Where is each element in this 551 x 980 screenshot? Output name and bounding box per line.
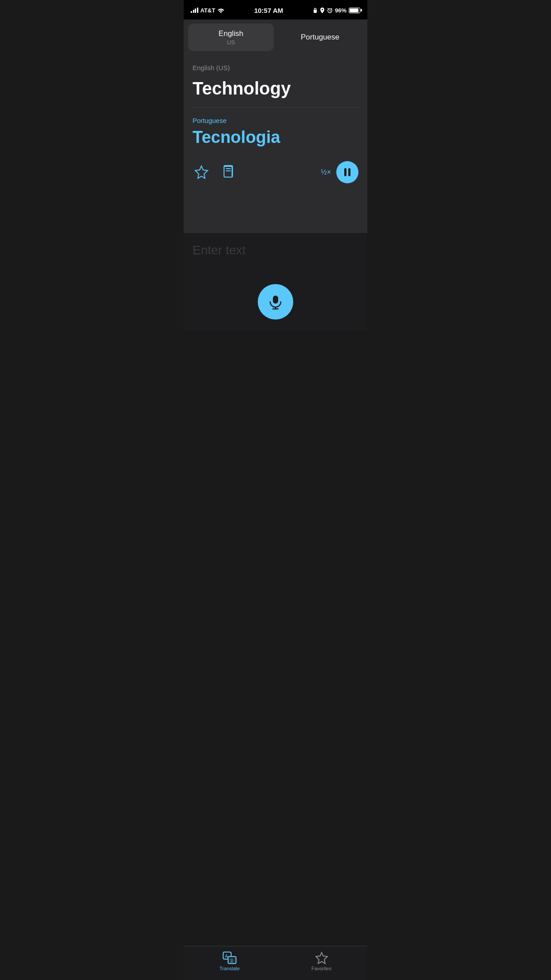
microphone-button[interactable]	[258, 284, 293, 320]
battery-icon	[349, 8, 360, 13]
translated-word: Tecnologia	[193, 128, 358, 147]
status-bar: AT&T 10:57 AM 96%	[184, 0, 367, 20]
location-icon	[320, 8, 325, 13]
pause-icon	[343, 168, 351, 176]
action-buttons-right: ½×	[321, 161, 358, 183]
source-word: Technology	[193, 79, 358, 99]
source-lang-name: English	[219, 29, 244, 38]
pause-button[interactable]	[336, 161, 358, 183]
book-icon	[223, 165, 235, 179]
speed-label: ½×	[321, 168, 331, 176]
source-language-label: English (US)	[193, 64, 358, 71]
star-icon	[194, 165, 209, 179]
battery-percent: 96%	[335, 7, 346, 14]
text-input-placeholder[interactable]: Enter text	[193, 243, 358, 257]
carrier-label: AT&T	[201, 7, 216, 14]
signal-icon	[191, 8, 198, 13]
input-area[interactable]: Enter text	[184, 233, 367, 330]
target-language-tab[interactable]: Portuguese	[277, 24, 363, 51]
svg-rect-6	[273, 296, 278, 304]
translation-area: English (US) Technology Portuguese Tecno…	[184, 55, 367, 233]
status-left: AT&T	[191, 7, 224, 14]
translation-divider	[193, 107, 358, 108]
target-lang-name: Portuguese	[301, 33, 339, 42]
microphone-icon	[268, 294, 283, 310]
action-bar: ½×	[193, 161, 358, 183]
language-tabs: English US Portuguese	[184, 20, 367, 55]
source-language-tab[interactable]: English US	[188, 24, 274, 51]
status-time: 10:57 AM	[254, 7, 283, 14]
target-language-label: Portuguese	[193, 117, 358, 124]
source-lang-region: US	[227, 39, 235, 46]
svg-rect-0	[314, 10, 317, 13]
dictionary-button[interactable]	[221, 163, 237, 182]
action-buttons-left	[193, 163, 237, 182]
lock-icon	[313, 8, 318, 13]
alarm-icon	[327, 8, 333, 13]
wifi-icon	[217, 8, 224, 13]
svg-marker-2	[195, 166, 208, 178]
status-right: 96%	[313, 7, 360, 14]
favorite-button[interactable]	[193, 163, 210, 182]
